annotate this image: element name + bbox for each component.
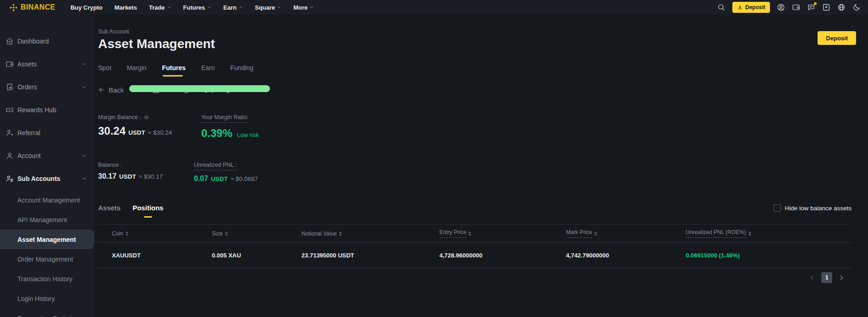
language-globe-icon[interactable]: [837, 3, 846, 11]
tab-spot[interactable]: Spot: [98, 64, 111, 77]
nav-markets[interactable]: Markets: [109, 4, 143, 11]
pagination-next-icon[interactable]: [838, 274, 845, 281]
cell-mark-price: 4,742.79000000: [566, 243, 686, 268]
sidebar-item-dashboard[interactable]: Dashboard: [0, 30, 94, 53]
tab-positions[interactable]: Positions: [132, 204, 164, 218]
pagination-page-1[interactable]: 1: [821, 272, 832, 283]
sidebar-subitem-transaction-statistics[interactable]: Transaction Statistics: [0, 308, 94, 317]
sort-icon: [594, 231, 597, 236]
sidebar-item-account[interactable]: Account: [0, 144, 94, 167]
logo-wordmark: BINANCE: [21, 3, 55, 11]
home-icon: [5, 37, 14, 45]
chevron-down-icon: [167, 5, 171, 10]
balance-value: 30.17: [98, 172, 116, 180]
sort-icon: [748, 231, 751, 236]
hide-low-balance-toggle[interactable]: Hide low balance assets: [774, 204, 852, 212]
back-button[interactable]: Back: [98, 86, 124, 94]
stat-balance: Balance : 30.17 USDT ≈ $30.17: [98, 162, 194, 183]
risk-badge: Low risk: [237, 131, 259, 138]
cell-entry-price: 4,728.96000000: [439, 243, 566, 268]
sidebar-subitem-login-history[interactable]: Login History: [0, 289, 94, 308]
wallet-icon[interactable]: [792, 3, 800, 11]
chevron-down-icon: [82, 61, 87, 67]
nav-earn[interactable]: Earn: [217, 4, 249, 11]
chevron-down-icon: [82, 84, 87, 90]
column-header-size[interactable]: Size: [212, 224, 302, 243]
tab-margin[interactable]: Margin: [127, 64, 147, 77]
positions-table: Coin Size Notional Value Entry Price Mar…: [98, 224, 852, 268]
pagination: 1: [98, 272, 852, 283]
profile-icon[interactable]: [777, 3, 785, 11]
column-header-mark-price[interactable]: Mark Price: [566, 224, 686, 243]
sidebar-item-sub-accounts[interactable]: Sub Accounts: [0, 167, 94, 190]
margin-ratio-value: 0.39%: [201, 127, 232, 140]
section-tabs: Assets Positions: [98, 204, 164, 218]
table-row: XAUUSDT 0.005 XAU 23.71395000 USDT 4,728…: [98, 243, 852, 268]
unrealized-pnl-label: Unrealized PNL :: [194, 162, 237, 170]
balance-label: Balance :: [98, 162, 122, 168]
eye-icon[interactable]: [143, 115, 149, 120]
nav-trade[interactable]: Trade: [143, 4, 177, 11]
unrealized-pnl-value: 0.07: [194, 175, 208, 183]
sidebar-item-rewards-hub[interactable]: Rewards Hub: [0, 98, 94, 121]
tab-futures[interactable]: Futures: [162, 64, 186, 77]
main-content: Sub Account Asset Management Deposit Spo…: [94, 15, 868, 317]
app-download-icon[interactable]: [822, 3, 830, 11]
nav-futures[interactable]: Futures: [177, 4, 218, 11]
tab-funding[interactable]: Funding: [231, 64, 254, 77]
nav-square[interactable]: Square: [249, 4, 287, 11]
chevron-down-icon: [309, 5, 314, 10]
sidebar-item-assets[interactable]: Assets: [0, 53, 94, 76]
margin-balance-value: 30.24: [98, 125, 126, 137]
chevron-up-icon: [82, 176, 87, 181]
positions-section-header: Assets Positions Hide low balance assets: [98, 204, 852, 218]
chat-icon[interactable]: [807, 3, 815, 11]
search-icon[interactable]: [717, 3, 725, 11]
redaction-highlight: [129, 85, 270, 92]
sidebar-nav: Dashboard Assets Orders Rewards Hub Refe…: [0, 15, 94, 317]
top-navigation-bar: BINANCE Buy Crypto Markets Trade Futures…: [0, 0, 868, 15]
hide-low-balance-label: Hide low balance assets: [785, 205, 852, 212]
column-header-notional-value[interactable]: Notional Value: [302, 224, 439, 243]
binance-diamond-icon: [9, 3, 18, 12]
hide-low-balance-checkbox[interactable]: [774, 204, 781, 212]
tab-earn[interactable]: Earn: [201, 64, 215, 77]
theme-moon-icon[interactable]: [852, 3, 861, 11]
sort-icon: [468, 231, 471, 236]
sidebar-subitem-asset-management[interactable]: Asset Management: [0, 230, 94, 249]
sidebar-item-referral[interactable]: Referral: [0, 121, 94, 144]
stats-row-1: Margin Balance : 30.24 USDT ≈ $30.24 You…: [98, 114, 852, 140]
sidebar-subitem-order-management[interactable]: Order Management: [0, 249, 94, 269]
binance-logo[interactable]: BINANCE: [9, 3, 55, 12]
referral-person-plus-icon: [5, 129, 14, 137]
margin-ratio-label: Your Margin Ratio:: [201, 114, 248, 123]
nav-more[interactable]: More: [287, 4, 320, 11]
chevron-down-icon: [277, 5, 281, 10]
sidebar-item-orders[interactable]: Orders: [0, 76, 94, 98]
pagination-prev-icon[interactable]: [808, 274, 816, 281]
tab-assets[interactable]: Assets: [98, 204, 121, 218]
cell-unrealized-pnl: 0.06915000 (1.46%): [686, 243, 852, 268]
column-header-entry-price[interactable]: Entry Price: [439, 224, 566, 243]
arrow-left-icon: [98, 86, 105, 93]
sort-icon: [339, 231, 342, 236]
stats-row-2: Balance : 30.17 USDT ≈ $30.17 Unrealized…: [98, 162, 852, 183]
column-header-coin[interactable]: Coin: [98, 224, 212, 243]
deposit-arrow-icon: [737, 5, 743, 11]
chevron-down-icon: [207, 5, 211, 10]
sidebar-subitem-api-management[interactable]: API Management: [0, 210, 94, 230]
wallet-icon: [5, 60, 14, 68]
column-header-unrealized-pnl[interactable]: Unrealized PNL (ROE%): [686, 224, 852, 243]
sub-accounts-icon: [5, 175, 14, 183]
sidebar-subitem-account-management[interactable]: Account Management: [0, 190, 94, 210]
account-type-tabs: Spot Margin Futures Earn Funding: [98, 64, 852, 77]
deposit-button-topbar[interactable]: Deposit: [732, 2, 770, 13]
notification-dot: [814, 2, 817, 5]
orders-file-icon: [5, 83, 14, 91]
deposit-button-main[interactable]: Deposit: [818, 31, 856, 45]
chevron-up-icon: [238, 5, 243, 10]
cell-coin: XAUUSDT: [98, 243, 212, 268]
sidebar-subitem-transaction-history[interactable]: Transaction History: [0, 269, 94, 289]
nav-buy-crypto[interactable]: Buy Crypto: [65, 4, 109, 11]
page-title: Asset Management: [98, 37, 852, 51]
